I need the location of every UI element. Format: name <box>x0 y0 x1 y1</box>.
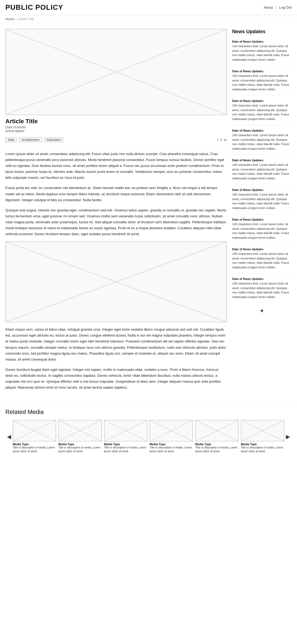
news-item-date: Date of News Updates <box>232 99 292 102</box>
carousel-next-arrow[interactable]: ▶ <box>284 433 292 440</box>
tag-employment[interactable]: #employment <box>19 137 42 142</box>
media-description: Title or description of media. Lorem ips… <box>104 446 147 453</box>
twitter-icon[interactable]: 𝕏 <box>220 138 222 142</box>
site-title: PUBLIC POLICY <box>5 3 63 12</box>
news-item: Date of News Updates140 characters limit… <box>232 99 292 125</box>
media-type-label: Media Type <box>58 443 102 446</box>
main-layout: Article Title Date of Article Article By… <box>0 23 297 400</box>
media-thumbnail <box>104 420 147 441</box>
news-item-text: 140 characters limit. Lorem ipsum dolor … <box>232 44 292 62</box>
news-item-text: 140 characters limit. Lorem ipsum dolor … <box>232 222 292 240</box>
breadcrumb-home[interactable]: Home <box>5 17 14 21</box>
article-body: Lorem ipsum dolor sit amet, consectetur … <box>5 151 227 390</box>
news-item-date: Date of News Updates <box>232 40 292 43</box>
sidebar-more[interactable]: ▼ <box>232 307 292 316</box>
media-thumbnail <box>58 420 102 441</box>
news-item-date: Date of News Updates <box>232 218 292 221</box>
carousel-prev-arrow[interactable]: ◀ <box>5 433 13 440</box>
breadcrumb: Home | Article Title <box>0 15 297 23</box>
news-item-date: Date of News Updates <box>232 277 292 280</box>
media-item[interactable]: Media TypeTitle or description of media.… <box>58 420 102 453</box>
news-item-date: Date of News Updates <box>232 159 292 162</box>
media-type-label: Media Type <box>104 443 147 446</box>
news-item: Date of News Updates140 characters limit… <box>232 159 292 184</box>
header: PUBLIC POLICY About | Log Out <box>0 0 297 15</box>
breadcrumb-separator: | <box>16 17 16 21</box>
news-item: Date of News Updates140 characters limit… <box>232 277 292 303</box>
media-thumbnail <box>195 420 239 441</box>
news-item: Date of News Updates140 characters limit… <box>232 70 292 95</box>
article-paragraph-4: Etiam neque sem, varius et tellus vitae,… <box>5 327 227 362</box>
news-item-date: Date of News Updates <box>232 188 292 191</box>
tags-social-bar: #ada #employment #education f 𝕏 in <box>5 135 227 147</box>
media-description: Title or description of media. Lorem ips… <box>150 446 193 453</box>
hero-image <box>5 29 227 115</box>
nav-separator: | <box>275 5 276 9</box>
news-item-date: Date of News Updates <box>232 70 292 73</box>
article-paragraph-2: Fusce porta leo velit, eu consectetur ni… <box>5 185 227 203</box>
facebook-icon[interactable]: f <box>217 138 218 142</box>
media-thumbnail <box>241 420 284 441</box>
news-item-text: 140 characters limit. Lorem ipsum dolor … <box>232 133 292 151</box>
inline-image <box>5 241 227 322</box>
related-media-section: Related Media ◀ Media TypeTitle or descr… <box>0 403 297 461</box>
news-item: Date of News Updates140 characters limit… <box>232 40 292 66</box>
news-item: Date of News Updates140 characters limit… <box>232 248 292 273</box>
news-item-text: 140 characters limit. Lorem ipsum dolor … <box>232 252 292 269</box>
media-description: Title or description of media. Lorem ips… <box>58 446 102 453</box>
header-navigation: About | Log Out <box>264 5 292 9</box>
media-item[interactable]: Media TypeTitle or description of media.… <box>241 420 284 453</box>
media-items-list: Media TypeTitle or description of media.… <box>13 420 284 453</box>
article-date: Date of Article <box>5 125 227 129</box>
news-item: Date of News Updates140 characters limit… <box>232 218 292 244</box>
article-title: Article Title <box>5 118 227 125</box>
media-type-label: Media Type <box>241 443 284 446</box>
social-share-icons: f 𝕏 in <box>217 138 227 142</box>
article-paragraph-1: Lorem ipsum dolor sit amet, consectetur … <box>5 151 227 181</box>
media-thumbnail <box>13 420 56 441</box>
news-item-date: Date of News Updates <box>232 248 292 251</box>
media-type-label: Media Type <box>195 443 239 446</box>
breadcrumb-article: Article Title <box>18 17 34 21</box>
article-paragraph-5: Donec tincidunt feugiat diam eget egesta… <box>5 367 227 390</box>
related-media-title: Related Media <box>5 409 292 416</box>
sidebar: News Updates Date of News Updates140 cha… <box>232 29 292 395</box>
media-description: Title or description of media. Lorem ips… <box>13 446 56 453</box>
media-description: Title or description of media. Lorem ips… <box>241 446 284 453</box>
article-byline: Article Byline <box>5 129 227 133</box>
media-thumbnail <box>150 420 193 441</box>
about-link[interactable]: About <box>264 5 273 9</box>
news-item-date: Date of News Updates <box>232 129 292 132</box>
news-items-list: Date of News Updates140 characters limit… <box>232 40 292 303</box>
media-type-label: Media Type <box>150 443 193 446</box>
media-item[interactable]: Media TypeTitle or description of media.… <box>195 420 239 453</box>
news-item-text: 140 characters limit. Lorem ipsum dolor … <box>232 74 292 91</box>
news-item-text: 140 characters limit. Lorem ipsum dolor … <box>232 192 292 210</box>
media-carousel: ◀ Media TypeTitle or description of medi… <box>5 420 292 453</box>
news-item-text: 140 characters limit. Lorem ipsum dolor … <box>232 103 292 121</box>
article-tags: #ada #employment #education <box>5 137 63 142</box>
tag-ada[interactable]: #ada <box>5 137 17 142</box>
media-item[interactable]: Media TypeTitle or description of media.… <box>13 420 56 453</box>
media-type-label: Media Type <box>13 443 56 446</box>
article-paragraph-3: Quisque erat augue, lobortis nec gravida… <box>5 207 227 237</box>
logout-link[interactable]: Log Out <box>279 5 292 9</box>
media-item[interactable]: Media TypeTitle or description of media.… <box>104 420 147 453</box>
article-content: Article Title Date of Article Article By… <box>5 29 227 395</box>
media-description: Title or description of media. Lorem ips… <box>195 446 239 453</box>
news-item-text: 140 characters limit. Lorem ipsum dolor … <box>232 163 292 180</box>
news-item: Date of News Updates140 characters limit… <box>232 129 292 155</box>
news-item: Date of News Updates140 characters limit… <box>232 188 292 214</box>
tag-education[interactable]: #education <box>44 137 63 142</box>
media-item[interactable]: Media TypeTitle or description of media.… <box>150 420 193 453</box>
sidebar-title: News Updates <box>232 29 292 36</box>
linkedin-icon[interactable]: in <box>224 138 227 142</box>
sidebar-more-arrow[interactable]: ▼ <box>259 308 264 314</box>
article-meta: Article Title Date of Article Article By… <box>5 115 227 135</box>
news-item-text: 140 characters limit. Lorem ipsum dolor … <box>232 281 292 299</box>
